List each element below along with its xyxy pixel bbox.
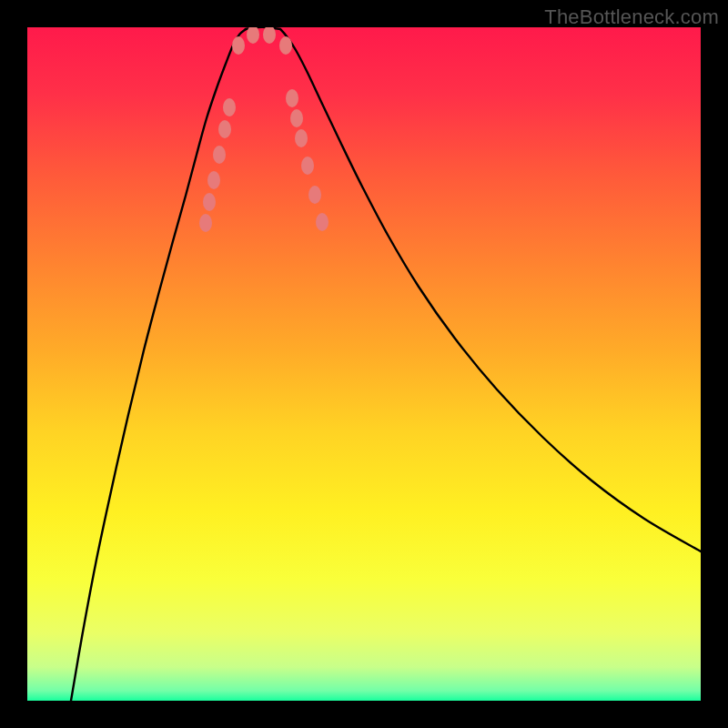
marker-point (203, 193, 216, 211)
marker-point (316, 213, 329, 231)
marker-point (290, 109, 303, 127)
marker-point (301, 157, 314, 175)
gradient-background (27, 27, 701, 701)
marker-point (218, 120, 231, 138)
marker-point (207, 171, 220, 189)
marker-point (232, 36, 245, 55)
marker-point (279, 36, 292, 55)
watermark-text: TheBottleneck.com (544, 5, 719, 29)
marker-point (308, 186, 321, 204)
chart-frame (27, 27, 701, 701)
marker-point (286, 89, 298, 107)
marker-point (295, 129, 308, 147)
marker-point (199, 214, 212, 232)
marker-point (213, 146, 226, 164)
bottleneck-chart (27, 27, 701, 701)
marker-point (223, 98, 236, 116)
